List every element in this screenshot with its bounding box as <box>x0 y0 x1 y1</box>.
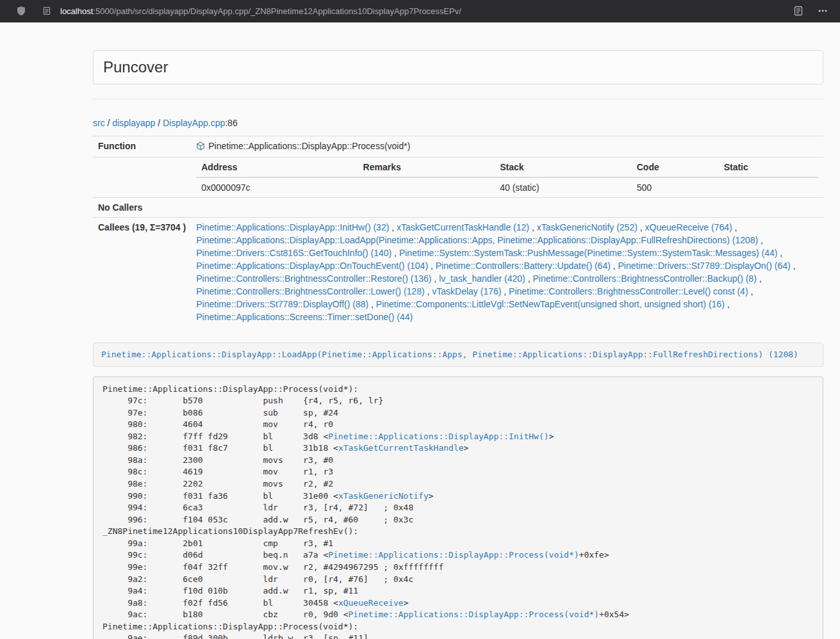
callee-link[interactable]: Pinetime::Drivers::St7789::DisplayOn() (… <box>618 261 791 271</box>
breadcrumb: src / displayapp / DisplayApp.cpp:86 <box>93 117 823 129</box>
col-code: Code <box>632 158 719 177</box>
breadcrumb-line-number: :86 <box>225 118 237 128</box>
callee-link[interactable]: Pinetime::Applications::DisplayApp::Load… <box>196 235 758 245</box>
more-dots-icon <box>818 6 828 16</box>
asm-symbol-link[interactable]: Pinetime::Applications::DisplayApp::Init… <box>328 432 548 441</box>
callees-label: Callees (19, Σ=3704 ) <box>93 218 191 327</box>
row-label-function: Function <box>93 136 191 158</box>
asm-symbol-link[interactable]: Pinetime::Applications::DisplayApp::Proc… <box>328 550 579 560</box>
divider <box>93 99 823 99</box>
col-address: Address <box>196 158 358 177</box>
page-proxy-icon[interactable] <box>38 3 55 19</box>
stats-header-row: Address Remarks Stack Code Static <box>196 158 818 177</box>
callee-link[interactable]: xTaskGenericNotify (252) <box>537 222 638 232</box>
asm-symbol-link[interactable]: xQueueReceive <box>338 598 404 608</box>
callee-link[interactable]: Pinetime::Applications::DisplayApp::OnTo… <box>196 261 428 271</box>
page-icon <box>42 6 51 15</box>
breadcrumb-separator: / <box>105 118 113 128</box>
function-table: Function Pinetime::Applications::Display… <box>93 136 823 327</box>
callee-link[interactable]: vTaskDelay (176) <box>432 286 501 296</box>
static-value <box>719 177 818 197</box>
callee-link[interactable]: Pinetime::Controllers::BrightnessControl… <box>196 286 424 296</box>
stats-table-cell: Address Remarks Stack Code Static 0x0000… <box>191 158 823 198</box>
reader-mode-icon <box>793 6 803 16</box>
callees-list: Pinetime::Applications::DisplayApp::Init… <box>191 218 823 327</box>
function-cube-icon <box>196 141 205 154</box>
function-name-cell: Pinetime::Applications::DisplayApp::Proc… <box>191 136 823 158</box>
callee-link[interactable]: Pinetime::Controllers::BrightnessControl… <box>196 273 431 284</box>
code-value: 500 <box>632 177 719 197</box>
overflow-menu-button[interactable] <box>814 3 831 19</box>
page-title: Puncover <box>103 58 168 76</box>
callee-link[interactable]: Pinetime::System::SystemTask::PushMessag… <box>399 248 778 258</box>
callee-link[interactable]: Pinetime::Controllers::BrightnessControl… <box>532 273 756 284</box>
col-stack: Stack <box>495 158 632 177</box>
stats-row-label <box>93 158 191 198</box>
callee-link[interactable]: xQueueReceive (764) <box>645 222 732 232</box>
shield-icon <box>16 6 26 16</box>
page-container: Puncover src / displayapp / DisplayApp.c… <box>93 50 823 639</box>
callee-link[interactable]: Pinetime::Applications::Screens::Timer::… <box>196 312 413 322</box>
app-title-panel: Puncover <box>93 50 823 85</box>
callee-link[interactable]: Pinetime::Drivers::St7789::DisplayOff() … <box>196 299 368 309</box>
stats-row: Address Remarks Stack Code Static 0x0000… <box>93 158 823 198</box>
url-bar[interactable]: localhost:5000/path/src/displayapp/Displ… <box>38 3 790 19</box>
breadcrumb-link[interactable]: DisplayApp.cpp <box>163 118 225 128</box>
stats-table: Address Remarks Stack Code Static 0x0000… <box>196 158 818 197</box>
callee-link[interactable]: Pinetime::Controllers::Battery::Update()… <box>436 261 611 271</box>
asm-symbol-link[interactable]: xTaskGetCurrentTaskHandle <box>338 443 464 453</box>
stats-data-row: 0x0000097c 40 (static) 500 <box>196 177 818 197</box>
asm-symbol-link[interactable]: Pinetime::Applications::DisplayApp::Proc… <box>349 610 599 619</box>
asm-symbol-link[interactable]: xTaskGenericNotify <box>338 491 429 501</box>
function-row: Function Pinetime::Applications::Display… <box>93 136 823 158</box>
highlighted-line-text: Pinetime::Applications::DisplayApp::Load… <box>101 350 798 359</box>
callee-link[interactable]: xTaskGetCurrentTaskHandle (12) <box>397 222 529 232</box>
url-path: :5000/path/src/displayapp/DisplayApp.cpp… <box>93 6 461 16</box>
url-text[interactable]: localhost:5000/path/src/displayapp/Displ… <box>60 6 461 16</box>
callee-link[interactable]: lv_task_handler (420) <box>439 273 525 284</box>
reader-mode-button[interactable] <box>790 3 807 19</box>
address-value: 0x0000097c <box>196 177 358 197</box>
callee-link[interactable]: Pinetime::Controllers::BrightnessControl… <box>509 286 748 296</box>
no-callers-label: No Callers <box>93 198 191 218</box>
disassembly: Pinetime::Applications::DisplayApp::Proc… <box>93 376 823 639</box>
callees-row: Callees (19, Σ=3704 ) Pinetime::Applicat… <box>93 218 823 327</box>
url-host: localhost <box>60 6 93 16</box>
callee-link[interactable]: Pinetime::Applications::DisplayApp::Init… <box>196 222 389 232</box>
remarks-value <box>358 177 495 197</box>
col-static: Static <box>719 158 818 177</box>
highlighted-line-panel[interactable]: Pinetime::Applications::DisplayApp::Load… <box>93 343 823 367</box>
col-remarks: Remarks <box>358 158 495 177</box>
callee-link[interactable]: Pinetime::Drivers::Cst816S::GetTouchInfo… <box>196 248 391 258</box>
callee-link[interactable]: Pinetime::Components::LittleVgl::SetNewT… <box>376 299 725 309</box>
no-callers-cell <box>191 198 823 218</box>
breadcrumb-link[interactable]: src <box>93 118 105 128</box>
breadcrumb-link[interactable]: displayapp <box>112 118 155 128</box>
stack-value: 40 (static) <box>495 177 632 197</box>
no-callers-row: No Callers <box>93 198 823 218</box>
browser-toolbar: localhost:5000/path/src/displayapp/Displ… <box>0 0 840 22</box>
tracking-protection-shield-icon[interactable] <box>13 3 29 19</box>
breadcrumb-separator: / <box>155 118 163 128</box>
function-name: Pinetime::Applications::DisplayApp::Proc… <box>208 141 410 151</box>
